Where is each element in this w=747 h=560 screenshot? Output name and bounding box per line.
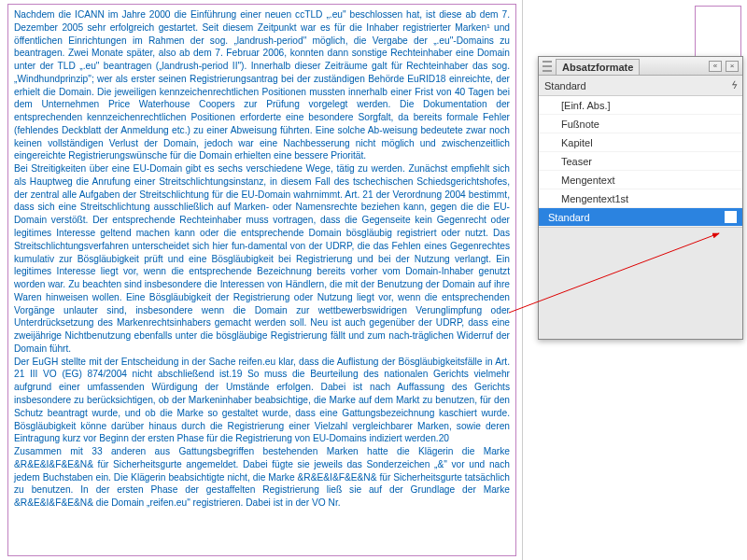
document-canvas: Nachdem die ICANN im Jahre 2000 die Einf… (0, 0, 523, 560)
close-icon[interactable]: × (726, 61, 739, 72)
collapse-icon[interactable]: « (709, 61, 722, 72)
paragraph[interactable]: Zusammen mit 33 anderen aus Gattungsbegr… (14, 445, 510, 510)
style-list[interactable]: [Einf. Abs.] Fußnote Kapitel Teaser Meng… (539, 96, 742, 227)
disk-icon[interactable] (725, 211, 737, 223)
paragraph-styles-panel: Absatzformate « × Standard ϟ [Einf. Abs.… (538, 56, 743, 340)
panel-header[interactable]: Absatzformate « × (539, 57, 742, 76)
override-indicator-icon[interactable]: ϟ (730, 79, 737, 91)
style-item-mengentext[interactable]: Mengentext (539, 171, 742, 189)
panel-grip-icon[interactable] (543, 61, 552, 72)
style-item-mengentext1st[interactable]: Mengentext1st (539, 189, 742, 208)
paragraph[interactable]: Nachdem die ICANN im Jahre 2000 die Einf… (14, 8, 510, 162)
text-frame[interactable]: Nachdem die ICANN im Jahre 2000 die Einf… (7, 4, 516, 556)
panel-tab-title[interactable]: Absatzformate (556, 59, 640, 75)
style-item-label: Standard (548, 212, 590, 223)
paragraph[interactable]: Bei Streitigkeiten über eine EU-Domain g… (14, 162, 510, 355)
style-item-kapitel[interactable]: Kapitel (539, 133, 742, 152)
adjacent-page-frame (695, 6, 741, 62)
panel-footer (539, 227, 742, 339)
current-style-row: Standard ϟ (539, 76, 742, 96)
body-text[interactable]: Nachdem die ICANN im Jahre 2000 die Einf… (14, 8, 510, 510)
current-style-label: Standard (544, 80, 730, 91)
style-item-einf-abs[interactable]: [Einf. Abs.] (539, 96, 742, 115)
style-item-fussnote[interactable]: Fußnote (539, 115, 742, 133)
paragraph[interactable]: Der EuGH stellte mit der Entscheidung in… (14, 356, 510, 445)
style-item-teaser[interactable]: Teaser (539, 152, 742, 171)
style-item-standard[interactable]: Standard (539, 208, 742, 227)
